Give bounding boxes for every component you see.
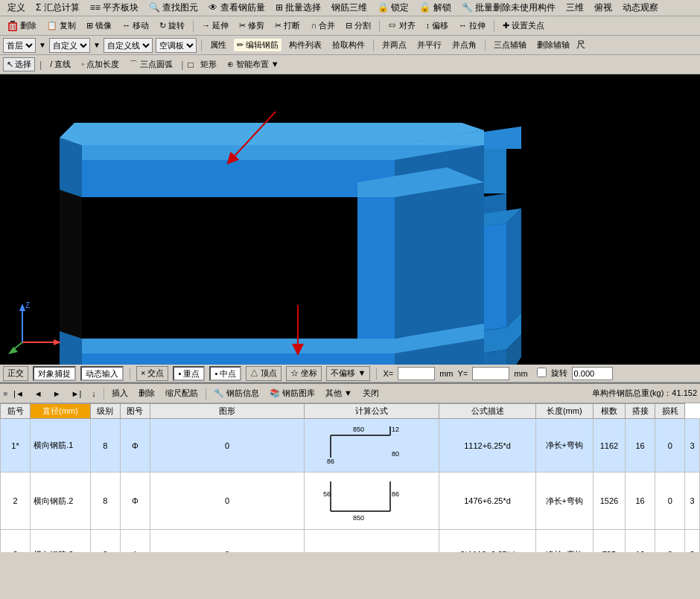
th-grade: 级别 bbox=[90, 404, 120, 419]
mm-label1: mm bbox=[439, 369, 453, 378]
offset-btn[interactable]: ↕ 偏移 bbox=[422, 19, 453, 33]
menu-batch-select[interactable]: ⊞ 批量选择 bbox=[271, 1, 325, 15]
extend-btn[interactable]: → 延伸 bbox=[198, 19, 232, 33]
menu-3d[interactable]: 三维 bbox=[561, 1, 588, 15]
copy-btn[interactable]: 📋 复制 bbox=[43, 19, 80, 33]
trim-btn[interactable]: ✂ 修剪 bbox=[235, 19, 268, 33]
ortho-btn[interactable]: 正交 bbox=[3, 366, 28, 381]
arrow-down-icon: ▼ bbox=[39, 41, 46, 49]
nav-first-btn[interactable]: |◄ bbox=[9, 388, 28, 400]
svg-text:80: 80 bbox=[392, 450, 399, 458]
nav-down-btn[interactable]: ↓ bbox=[87, 388, 101, 400]
cell-diameter: 8 bbox=[90, 419, 120, 473]
ruler-icon: 尺 bbox=[576, 39, 585, 51]
menu-top-view[interactable]: 俯视 bbox=[590, 1, 617, 15]
set-point-btn[interactable]: ✚ 设置关点 bbox=[499, 19, 548, 33]
floor-select[interactable]: 首层 bbox=[3, 38, 36, 53]
table-row[interactable]: 3 横向钢筋.3 8 Φ 0 — 2*1112+6.25*d 净长+弯钩 735… bbox=[1, 530, 700, 553]
cell-length: 735 bbox=[593, 530, 625, 553]
x-input[interactable] bbox=[398, 367, 435, 380]
move-btn[interactable]: ↔ 移动 bbox=[118, 19, 153, 33]
properties-btn[interactable]: 属性 bbox=[206, 38, 230, 52]
custom-select[interactable]: 自定义 bbox=[49, 38, 90, 53]
y-input[interactable] bbox=[472, 367, 509, 380]
rotate-btn[interactable]: ↻ 旋转 bbox=[156, 19, 188, 33]
menu-dynamic[interactable]: 动态观察 bbox=[618, 1, 663, 15]
sep1 bbox=[193, 20, 194, 32]
menu-view-rebar[interactable]: 👁 查看钢筋量 bbox=[204, 1, 269, 15]
close-btn[interactable]: 关闭 bbox=[358, 386, 384, 400]
table-row[interactable]: 1* 横向钢筋.1 8 Φ 0 86 850 12 80 1112+6.25*d… bbox=[1, 419, 700, 473]
canvas[interactable]: Z bbox=[0, 74, 700, 365]
menu-batch-delete[interactable]: 🔧 批量删除未使用构件 bbox=[457, 1, 560, 15]
merge-angle-btn[interactable]: 并点角 bbox=[448, 38, 480, 52]
nav-prev-btn[interactable]: ◄ bbox=[30, 388, 47, 400]
rebar-library-btn[interactable]: 📚 钢筋图库 bbox=[265, 386, 319, 400]
axis-indicator: Z bbox=[7, 298, 67, 357]
rect-btn[interactable]: 矩形 bbox=[197, 57, 220, 71]
th-count: 根数 bbox=[593, 404, 625, 419]
vertex-btn[interactable]: △ 顶点 bbox=[246, 366, 281, 381]
three-point-axis-btn[interactable]: 三点辅轴 bbox=[490, 38, 530, 52]
th-shape: 图形 bbox=[150, 404, 304, 419]
smart-layout-btn[interactable]: ⊕ 智能布置 ▼ bbox=[223, 57, 283, 71]
insert-btn[interactable]: 插入 bbox=[107, 386, 133, 400]
edit-rebar-btn[interactable]: ✏ 编辑钢筋 bbox=[233, 38, 282, 52]
component-list-btn[interactable]: 构件列表 bbox=[285, 38, 325, 52]
split-btn[interactable]: ⊟ 分割 bbox=[342, 19, 375, 33]
menu-unlock[interactable]: 🔓 解锁 bbox=[415, 1, 455, 15]
space-select[interactable]: 空调板 bbox=[156, 38, 197, 53]
cell-shape-no: 0 bbox=[150, 530, 304, 553]
menu-calc[interactable]: Σ 汇总计算 bbox=[31, 1, 84, 15]
delete-axis-btn[interactable]: 删除辅轴 bbox=[533, 38, 573, 52]
coord-btn[interactable]: ☆ 坐标 bbox=[286, 366, 322, 381]
no-offset-btn[interactable]: 不偏移 ▼ bbox=[326, 366, 370, 381]
cell-desc: 净长+弯钩 bbox=[535, 473, 593, 530]
dynamic-input-btn[interactable]: 动态输入 bbox=[80, 366, 124, 381]
midpoint-btn[interactable]: • 中点 bbox=[209, 366, 241, 381]
svg-marker-19 bbox=[82, 160, 395, 197]
break-btn[interactable]: ✂ 打断 bbox=[271, 19, 304, 33]
pick-component-btn[interactable]: 拾取构件 bbox=[328, 38, 369, 52]
cell-desc: 净长+弯钩 bbox=[535, 530, 593, 553]
th-length: 长度(mm) bbox=[535, 404, 593, 419]
align-btn[interactable]: ⇔ 对齐 bbox=[384, 19, 419, 33]
rebar-info-btn[interactable]: 🔧 钢筋信息 bbox=[209, 386, 264, 400]
merge-two-btn[interactable]: 并两点 bbox=[378, 38, 410, 52]
rebar-table-wrap[interactable]: 筋号 直径(mm) 级别 图号 图形 计算公式 公式描述 长度(mm) 根数 搭… bbox=[0, 403, 700, 552]
rebar-table: 筋号 直径(mm) 级别 图号 图形 计算公式 公式描述 长度(mm) 根数 搭… bbox=[0, 403, 700, 552]
rotate-input[interactable] bbox=[572, 367, 613, 380]
other-btn[interactable]: 其他 ▼ bbox=[321, 386, 357, 400]
menu-lock[interactable]: 🔒 锁定 bbox=[373, 1, 413, 15]
del-btn[interactable]: 删除 bbox=[134, 386, 159, 400]
delete-btn[interactable]: 删除 bbox=[3, 19, 40, 33]
point-length-btn[interactable]: ◦ 点加长度 bbox=[77, 57, 123, 71]
menu-3d-rebar[interactable]: 钢筋三维 bbox=[327, 1, 372, 15]
nav-last-btn[interactable]: ►| bbox=[67, 388, 86, 400]
cell-formula: 2*1112+6.25*d bbox=[439, 530, 535, 553]
line-select[interactable]: 自定义线 bbox=[104, 38, 153, 53]
line-btn[interactable]: / 直线 bbox=[46, 57, 74, 71]
merge-parallel-btn[interactable]: 并平行 bbox=[413, 38, 445, 52]
menu-define[interactable]: 定义 bbox=[3, 1, 30, 15]
arc-btn[interactable]: ⌒ 三点圆弧 bbox=[126, 57, 176, 71]
cell-shape: 86 850 12 80 bbox=[305, 419, 439, 473]
merge-btn[interactable]: ∩ 合并 bbox=[307, 19, 339, 33]
stretch-btn[interactable]: ↔ 拉伸 bbox=[455, 19, 489, 33]
cell-name: 横向钢筋.3 bbox=[31, 530, 91, 553]
center-pt-btn[interactable]: • 重点 bbox=[173, 366, 205, 381]
nav-next-btn[interactable]: ► bbox=[48, 388, 66, 400]
select-btn[interactable]: ↖ 选择 bbox=[3, 57, 35, 71]
toolbar-draw: ↖ 选择 | / 直线 ◦ 点加长度 ⌒ 三点圆弧 | □ 矩形 ⊕ 智能布置 … bbox=[0, 55, 700, 74]
scale-btn[interactable]: 缩尺配筋 bbox=[161, 386, 203, 400]
rotate-check-wrap bbox=[537, 368, 547, 379]
menu-find[interactable]: 🔍 查找图元 bbox=[144, 1, 203, 15]
table-row[interactable]: 2 横向钢筋.2 8 Φ 0 850 56 86 1476+6.25*d 净长+… bbox=[1, 473, 700, 530]
snap-btn[interactable]: 对象捕捉 bbox=[33, 366, 76, 381]
intersection-btn[interactable]: × 交点 bbox=[136, 366, 168, 381]
mirror-btn[interactable]: ⊞ 镜像 bbox=[83, 19, 115, 33]
menu-flat-panel[interactable]: ≡≡ 平齐板块 bbox=[86, 1, 143, 15]
rotate-checkbox[interactable] bbox=[537, 368, 547, 377]
svg-text:12: 12 bbox=[392, 426, 399, 433]
cell-id: 2 bbox=[1, 473, 31, 530]
